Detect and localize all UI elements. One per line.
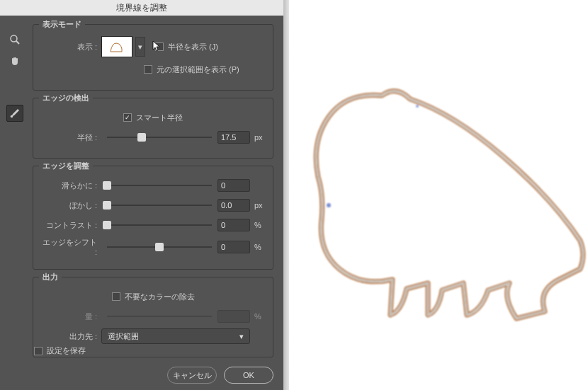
checkbox-save-settings[interactable] [34,347,43,355]
label-radius: 半径 : [39,132,101,143]
label-show: 表示 : [39,42,101,52]
slider-feather[interactable] [107,205,212,206]
group-edge-adjust: エッジを調整 滑らかに : ぼかし : px コントラスト : % エッジをシフ [33,166,273,270]
slider-amount [107,316,212,317]
save-settings-row: 設定を保存 [34,345,86,356]
group-title-output: 出力 [39,272,62,282]
zoom-icon [9,34,21,45]
slider-shift-thumb[interactable] [155,243,164,251]
svg-point-0 [11,35,17,42]
input-shift[interactable] [217,241,250,253]
unit-feather: px [250,201,267,210]
hand-icon [9,55,21,67]
select-output-value: 選択範囲 [108,331,139,342]
slider-smooth-thumb[interactable] [103,181,111,190]
chevron-down-icon: ▾ [239,332,244,341]
input-contrast[interactable] [217,219,250,231]
label-feather: ぼかし : [39,200,101,211]
cancel-button[interactable]: キャンセル [167,367,217,384]
chevron-down-icon: ▾ [138,42,142,52]
input-radius[interactable] [217,131,250,144]
svg-point-3 [327,203,331,207]
view-thumbnail[interactable] [101,36,132,57]
label-decontaminate: 不要なカラーの除去 [125,292,195,302]
panel-area: 表示モード 表示 : ▾ 半径を表示 (J) [30,18,276,360]
svg-point-4 [416,105,419,108]
group-title-detect: エッジの検出 [39,93,93,103]
slider-feather-thumb[interactable] [103,201,111,210]
label-amount: 量 : [39,311,101,322]
label-output-dest: 出力先 : [39,331,101,342]
checkbox-decontaminate[interactable] [112,292,120,301]
checkbox-show-radius[interactable] [155,42,164,51]
select-output-dest[interactable]: 選択範囲 ▾ [101,328,250,344]
tool-strip [0,16,30,126]
group-title-adjust: エッジを調整 [39,161,93,171]
label-save-settings: 設定を保存 [47,345,86,356]
checkbox-show-original[interactable] [144,65,152,74]
view-dropdown-button[interactable]: ▾ [135,37,145,57]
slider-contrast-thumb[interactable] [103,221,111,229]
refine-edge-dialog: 境界線を調整 表示モード 表示 : ▾ [0,0,283,390]
canvas-preview[interactable] [289,0,588,390]
slider-radius[interactable] [107,137,212,138]
group-edge-detect: エッジの検出 スマート半径 半径 : px [33,98,273,159]
svg-line-1 [16,41,19,44]
slider-radius-thumb[interactable] [137,133,146,142]
svg-point-2 [11,115,13,118]
input-smooth[interactable] [217,179,250,192]
input-feather[interactable] [217,199,250,212]
label-show-radius: 半径を表示 (J) [168,42,218,52]
group-view-mode: 表示モード 表示 : ▾ 半径を表示 (J) [33,24,273,91]
dialog-footer: キャンセル OK [0,360,283,390]
brush-icon [9,108,21,119]
hand-tool[interactable] [6,52,23,69]
slider-contrast[interactable] [107,224,212,226]
slider-shift[interactable] [107,246,212,248]
input-amount [217,310,250,323]
label-smooth: 滑らかに : [39,180,101,191]
unit-amount: % [250,312,267,321]
label-shift: エッジをシフト : [39,237,101,256]
zoom-tool[interactable] [6,31,23,48]
group-title-view: 表示モード [39,19,85,30]
ok-button[interactable]: OK [224,367,273,384]
unit-contrast: % [250,221,267,229]
label-show-original: 元の選択範囲を表示 (P) [157,64,239,75]
unit-radius: px [250,133,267,142]
unit-shift: % [250,243,267,251]
slider-smooth[interactable] [107,185,212,186]
checkbox-smart-radius[interactable] [123,113,132,122]
refine-brush-tool[interactable] [6,105,23,122]
label-smart-radius: スマート半径 [136,113,183,123]
dialog-title: 境界線を調整 [0,0,283,16]
label-contrast: コントラスト : [39,220,101,231]
